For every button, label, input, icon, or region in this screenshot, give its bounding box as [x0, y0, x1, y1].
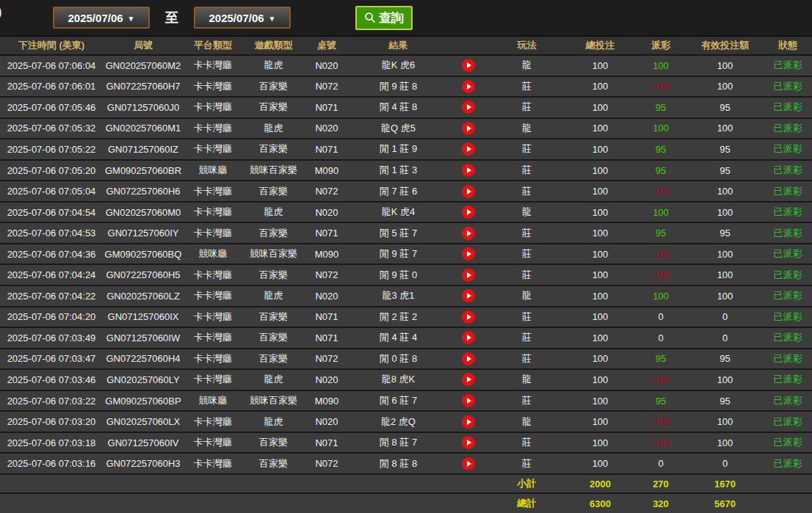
valid-bet-cell: 95 — [686, 98, 764, 117]
valid-bet-cell: 100 — [686, 203, 764, 222]
round-id-cell: GN020257060LY — [103, 370, 184, 390]
total-bet-cell: 100 — [565, 349, 635, 369]
replay-button[interactable] — [462, 185, 475, 198]
play-icon — [467, 376, 471, 382]
replay-button[interactable] — [462, 352, 475, 365]
result-cell: 龍Q 虎5 — [349, 119, 448, 139]
bet-type-cell: 莊 — [488, 391, 565, 411]
platform-cell: 競咪廳 — [184, 391, 242, 411]
payout-cell: 95 — [635, 139, 686, 159]
replay-button[interactable] — [462, 227, 475, 240]
replay-button[interactable] — [462, 436, 475, 449]
table-body: 2025-07-06 07:06:04 GN020257060M2 卡卡灣廳 龍… — [0, 56, 812, 475]
table-row: 2025-07-06 07:03:46 GN020257060LY 卡卡灣廳 龍… — [0, 370, 812, 391]
status-cell: 已派彩 — [764, 181, 812, 201]
status-cell: 已派彩 — [764, 433, 812, 453]
round-id-cell: GN071257060IZ — [103, 139, 184, 159]
valid-bet-cell: 95 — [686, 349, 764, 369]
bet-type-cell: 龍 — [488, 56, 565, 76]
table-no-cell: N072 — [305, 181, 349, 201]
play-icon — [467, 335, 471, 341]
payout-cell: 0 — [635, 328, 686, 348]
search-icon — [364, 12, 376, 23]
replay-button[interactable] — [462, 59, 475, 72]
game-type-cell: 龍虎 — [242, 203, 305, 222]
game-type-cell: 龍虎 — [242, 286, 305, 306]
round-id-cell: GN071257060J0 — [103, 98, 184, 117]
date-from-select[interactable]: 2025/07/06 — [53, 7, 150, 29]
replay-button[interactable] — [462, 394, 475, 407]
round-id-cell: GN072257060H3 — [103, 454, 184, 473]
result-cell: 閒 5 莊 7 — [349, 223, 448, 243]
bet-type-cell: 龍 — [488, 203, 565, 222]
replay-button[interactable] — [462, 331, 475, 344]
replay-button[interactable] — [462, 310, 475, 324]
date-to-select[interactable]: 2025/07/06 — [194, 7, 291, 29]
replay-button[interactable] — [462, 80, 475, 93]
status-cell: 已派彩 — [764, 391, 812, 411]
game-type-cell: 競咪百家樂 — [242, 244, 305, 264]
bet-type-cell: 龍 — [488, 286, 565, 306]
play-icon — [467, 146, 471, 152]
replay-button[interactable] — [462, 142, 475, 156]
bet-time-cell: 2025-07-06 07:04:54 — [0, 203, 103, 222]
replay-button[interactable] — [462, 373, 475, 386]
bet-time-cell: 2025-07-06 07:05:04 — [0, 181, 103, 201]
total-bet-cell: 100 — [565, 161, 635, 181]
table-no-cell: M090 — [305, 391, 349, 411]
replay-button[interactable] — [462, 415, 475, 429]
round-id-cell: GN020257060LZ — [103, 286, 184, 306]
game-type-cell: 百家樂 — [242, 454, 305, 473]
play-icon — [467, 84, 471, 90]
date-range-to-label: 至 — [150, 9, 194, 26]
total-bet-cell: 100 — [565, 391, 635, 411]
replay-cell — [448, 56, 488, 76]
bet-time-cell: 2025-07-06 07:03:16 — [0, 454, 103, 473]
bet-time-cell: 2025-07-06 07:04:36 — [0, 244, 103, 264]
platform-cell: 競咪廳 — [184, 161, 242, 181]
table-header-row: 下注時間 (美東) 局號 平台類型 遊戲類型 桌號 結果 玩法 總投注 派彩 有… — [0, 35, 812, 56]
table-row: 2025-07-06 07:04:54 GN020257060M0 卡卡灣廳 龍… — [0, 203, 812, 224]
table-row: 2025-07-06 07:05:46 GN071257060J0 卡卡灣廳 百… — [0, 98, 812, 119]
result-cell: 閒 0 莊 8 — [349, 349, 448, 369]
total-valid-bet: 5670 — [686, 494, 764, 513]
search-button[interactable]: 查詢 — [355, 6, 413, 30]
replay-cell — [448, 433, 488, 453]
table-no-cell: N020 — [305, 370, 349, 390]
table-no-cell: N072 — [305, 77, 349, 97]
replay-cell — [448, 308, 488, 327]
replay-button[interactable] — [462, 269, 475, 282]
replay-button[interactable] — [462, 164, 475, 177]
bet-type-cell: 莊 — [488, 265, 565, 285]
play-icon — [467, 209, 471, 215]
replay-button[interactable] — [462, 289, 475, 302]
replay-cell — [448, 454, 488, 473]
valid-bet-cell: 100 — [686, 265, 764, 285]
total-bet-cell: 100 — [565, 412, 635, 432]
bet-type-cell: 龍 — [488, 370, 565, 390]
replay-cell — [448, 349, 488, 369]
replay-button[interactable] — [462, 457, 475, 470]
total-bet-cell: 100 — [565, 454, 635, 473]
bet-type-cell: 莊 — [488, 161, 565, 181]
replay-cell — [448, 244, 488, 264]
payout-cell: 100 — [635, 119, 686, 139]
replay-cell — [448, 391, 488, 411]
replay-button[interactable] — [462, 247, 475, 261]
table-no-cell: N071 — [305, 328, 349, 348]
replay-button[interactable] — [462, 205, 475, 219]
replay-button[interactable] — [462, 122, 475, 135]
total-bet-cell: 100 — [565, 265, 635, 285]
bet-type-cell: 莊 — [488, 139, 565, 159]
result-cell: 龍K 虎6 — [349, 56, 448, 76]
play-icon — [467, 314, 471, 320]
platform-cell: 卡卡灣廳 — [184, 203, 242, 222]
total-bet-cell: 100 — [565, 77, 635, 97]
bet-time-cell: 2025-07-06 07:03:20 — [0, 412, 103, 432]
status-cell: 已派彩 — [764, 370, 812, 390]
play-icon — [467, 419, 471, 425]
replay-button[interactable] — [462, 101, 475, 114]
game-type-cell: 百家樂 — [242, 139, 305, 159]
round-id-cell: GN020257060M0 — [103, 203, 184, 222]
bet-time-cell: 2025-07-06 07:06:01 — [0, 77, 103, 97]
